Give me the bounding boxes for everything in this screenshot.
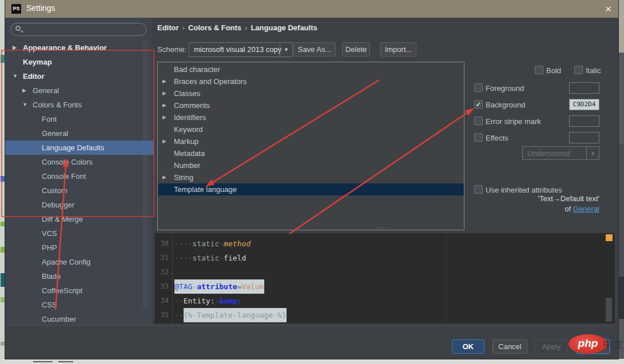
tree-item-bad-character[interactable]: Bad character (158, 63, 464, 75)
tree-item-template-language[interactable]: Template language (158, 183, 464, 195)
chevron-expanded-icon[interactable]: ▼ (22, 98, 27, 112)
chevron-collapsed-icon[interactable]: ▶ (162, 135, 166, 147)
breadcrumb-colors-fonts[interactable]: Colors & Fonts (188, 23, 241, 32)
sidebar-item-editor[interactable]: ▼Editor (5, 69, 153, 83)
sidebar-item-language-defaults[interactable]: Language Defaults (5, 141, 153, 155)
tree-item-metadata[interactable]: Metadata (158, 147, 464, 159)
tree-item-label: Identifiers (174, 111, 206, 123)
sidebar-item-console-colors[interactable]: Console Colors (5, 155, 153, 169)
bold-checkbox[interactable] (535, 66, 543, 74)
apply-button[interactable]: Apply (535, 339, 568, 354)
tree-item-classes[interactable]: ▶Classes (158, 87, 464, 99)
sidebar-item-label: Colors & Fonts (33, 98, 82, 112)
chevron-expanded-icon[interactable]: ▼ (13, 69, 18, 83)
breadcrumb-language-defaults: Language Defaults (251, 23, 317, 32)
tree-item-label: Template language (174, 183, 237, 195)
inherit-hint-line1: 'Text→Default text' (538, 194, 599, 203)
tree-item-identifiers[interactable]: ▶Identifiers (158, 111, 464, 123)
use-inherited-checkbox[interactable] (474, 185, 483, 194)
chevron-collapsed-icon[interactable]: ▶ (162, 171, 166, 183)
scheme-select[interactable]: microsoft visual 2013 copy ▼ (189, 42, 293, 57)
sidebar-item-diff-merge[interactable]: Diff & Merge (5, 212, 153, 226)
code-line-32: 32 (154, 265, 615, 279)
tree-item-label: Comments (174, 99, 210, 111)
chevron-down-icon[interactable]: ▼ (280, 43, 292, 57)
sidebar-item-general[interactable]: ▶General (5, 83, 153, 98)
sidebar-item-label: Font (42, 112, 57, 126)
tree-item-braces-and-operators[interactable]: ▶Braces and Operators (158, 75, 464, 87)
foreground-checkbox[interactable] (474, 83, 483, 92)
tree-item-markup[interactable]: ▶Markup (158, 135, 464, 147)
sidebar-item-debugger[interactable]: Debugger (5, 198, 153, 212)
chevron-collapsed-icon[interactable]: ▶ (162, 99, 166, 111)
chevron-down-icon[interactable]: ▼ (586, 147, 599, 159)
error-stripe-marker[interactable] (606, 234, 613, 241)
background-checkbox[interactable]: ✓ (474, 100, 483, 109)
error-stripe-mark-checkbox[interactable] (474, 117, 483, 125)
code-text: ····static·field (174, 251, 246, 265)
sidebar-item-css[interactable]: CSS (5, 298, 153, 312)
sidebar-item-label: PHP (42, 241, 57, 255)
chevron-collapsed-icon[interactable]: ▶ (22, 83, 26, 98)
tree-item-label: Classes (174, 87, 200, 99)
footer: OK Cancel Apply Help (5, 325, 618, 359)
italic-label: Italic (586, 66, 601, 75)
tree-item-label: Number (174, 159, 200, 171)
sidebar-item-general[interactable]: General (5, 126, 153, 141)
tree-item-comments[interactable]: ▶Comments (158, 99, 464, 111)
chevron-collapsed-icon[interactable]: ▶ (162, 87, 166, 99)
effect-style-select[interactable]: Underscored ▼ (522, 146, 599, 160)
sidebar-item-vcs[interactable]: VCS (5, 226, 153, 241)
effects-color-swatch[interactable] (569, 132, 599, 143)
sidebar-item-coffeescript[interactable]: CoffeeScript (5, 283, 153, 298)
sidebar-item-appearance-behavior[interactable]: ▶Appearance & Behavior (5, 41, 153, 55)
sidebar-item-keymap[interactable]: Keymap (5, 55, 153, 69)
sidebar-item-php[interactable]: PHP (5, 241, 153, 255)
tree-item-number[interactable]: Number (158, 159, 464, 171)
search-input[interactable] (10, 23, 146, 36)
code-line-31: 31····static·field (154, 251, 615, 265)
save-as-button[interactable]: Save As... (293, 42, 336, 57)
preview-editor[interactable]: 30····static·method31····static·field323… (154, 233, 615, 323)
delete-button[interactable]: Delete (342, 42, 370, 57)
ok-button[interactable]: OK (452, 339, 484, 354)
italic-checkbox[interactable] (574, 66, 583, 74)
sidebar-item-custom[interactable]: Custom (5, 183, 153, 198)
effects-label: Effects (486, 134, 508, 142)
titlebar[interactable]: PS Settings × (5, 0, 618, 18)
splitter-handle[interactable]: ······ (376, 225, 391, 231)
sidebar-item-apache-config[interactable]: Apache Config (5, 255, 153, 269)
code-text: @TAG·attribute=Value (174, 279, 264, 294)
chevron-collapsed-icon[interactable]: ▶ (13, 41, 17, 55)
effects-checkbox[interactable] (474, 133, 483, 142)
sidebar-item-label: Console Font (42, 169, 86, 183)
close-icon[interactable]: × (605, 2, 611, 16)
use-inherited-label: Use inherited attributes (486, 186, 562, 194)
breadcrumb-editor[interactable]: Editor (157, 23, 179, 32)
tree-item-keyword[interactable]: Keyword (158, 123, 464, 135)
sidebar-item-font[interactable]: Font (5, 112, 153, 126)
settings-sidebar: ▶Appearance & BehaviorKeymap▼Editor▶Gene… (5, 18, 153, 325)
breadcrumb: Editor›Colors & Fonts›Language Defaults (157, 23, 317, 32)
sidebar-item-label: CoffeeScript (42, 283, 82, 298)
error-stripe-mark-color-swatch[interactable] (569, 115, 599, 127)
foreground-color-swatch[interactable] (569, 82, 599, 94)
help-button[interactable]: Help (576, 339, 610, 354)
background-color-swatch[interactable]: C9D2D4 (569, 99, 599, 110)
sidebar-item-label: Language Defaults (42, 141, 104, 155)
background-window-left-sliver (0, 0, 5, 364)
chevron-collapsed-icon[interactable]: ▶ (162, 75, 166, 87)
chevron-collapsed-icon[interactable]: ▶ (162, 111, 166, 123)
general-link[interactable]: General (573, 205, 599, 213)
import-button[interactable]: Import... (380, 42, 416, 57)
sidebar-item-colors-fonts[interactable]: ▼Colors & Fonts (5, 98, 153, 112)
tree-item-string[interactable]: ▶String (158, 171, 464, 183)
tree-item-label: Metadata (174, 147, 205, 159)
cancel-button[interactable]: Cancel (492, 339, 527, 354)
sidebar-item-cucumber[interactable]: Cucumber (5, 312, 153, 326)
code-text: ··Entity:·&amp; (174, 294, 241, 308)
sidebar-item-console-font[interactable]: Console Font (5, 169, 153, 183)
bold-label: Bold (546, 66, 561, 75)
sidebar-item-blade[interactable]: Blade (5, 269, 153, 283)
preview-scrollbar[interactable] (606, 298, 612, 322)
